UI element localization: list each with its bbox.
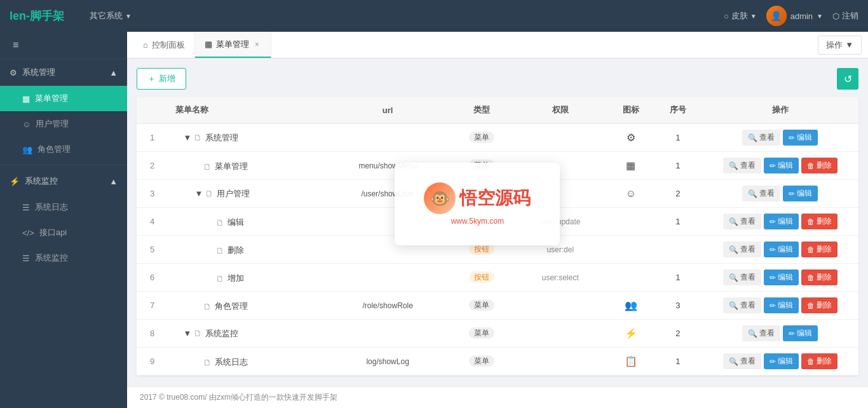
table-row: 6 🗋增加 按钮 user:select 1 🔍查看✏编辑🗑删除 xyxy=(137,264,858,292)
sidebar-item-role-management[interactable]: 👥 角色管理 xyxy=(0,137,127,162)
row-number: 9 xyxy=(137,348,168,376)
sidebar-group-system-monitor[interactable]: ⚡ 系统监控 ▲ xyxy=(0,168,127,194)
delete-button[interactable]: 🗑删除 xyxy=(801,158,837,173)
view-button[interactable]: 🔍查看 xyxy=(742,130,780,146)
col-num xyxy=(137,97,168,123)
refresh-button[interactable]: ↺ xyxy=(837,68,858,90)
delete-button[interactable]: 🗑删除 xyxy=(801,214,837,229)
file-icon: 🗋 xyxy=(203,358,212,367)
table-row: 8 ▼🗋系统监控 菜单 ⚡ 2 🔍查看✏编辑 xyxy=(137,320,858,348)
col-name: 菜单名称 xyxy=(168,97,325,123)
row-ops: 🔍查看✏编辑🗑删除 xyxy=(702,152,858,180)
chevron-down-icon-skin: ▼ xyxy=(750,13,757,20)
row-icon: ⚡ xyxy=(607,320,654,348)
sidebar-item-system-log[interactable]: ☰ 系统日志 xyxy=(0,194,127,220)
expand-icon[interactable]: ▼ xyxy=(194,189,203,198)
file-icon: 🗋 xyxy=(203,302,212,311)
menu-name: 系统管理 xyxy=(205,132,238,144)
main-layout: ≡ ⚙ 系统管理 ▲ ▦ 菜单管理 ☺ 用户管理 👥 角色管理 ⚡ 系统监控 xyxy=(0,32,868,408)
search-icon: 🔍 xyxy=(729,217,738,226)
plus-icon: ＋ xyxy=(147,73,156,85)
edit-button[interactable]: ✏编辑 xyxy=(783,325,818,341)
tab-operations-button[interactable]: 操作 ▼ xyxy=(818,36,862,55)
row-order: 2 xyxy=(654,180,702,208)
row-number: 2 xyxy=(137,152,168,180)
sidebar-item-menu-management[interactable]: ▦ 菜单管理 xyxy=(0,86,127,111)
data-table: 菜单名称 url 类型 权限 图标 序号 操作 1 ▼🗋系统管理 菜单 ⚙ 1 xyxy=(137,97,858,376)
app-logo: len-脚手架 xyxy=(10,8,64,24)
expand-icon[interactable]: ▼ xyxy=(183,329,191,338)
sidebar-item-system-monitor[interactable]: ☰ 系统监控 xyxy=(0,245,127,271)
tab-dashboard[interactable]: ⌂ 控制面板 xyxy=(133,32,195,58)
table-row: 4 🗋编辑 按钮 user:update 1 🔍查看✏编辑🗑删除 xyxy=(137,208,858,236)
edit-button[interactable]: ✏编辑 xyxy=(764,297,799,313)
view-button[interactable]: 🔍查看 xyxy=(723,158,761,173)
search-icon: 🔍 xyxy=(729,357,738,366)
sidebar-item-user-management[interactable]: ☺ 用户管理 xyxy=(0,111,127,137)
view-button[interactable]: 🔍查看 xyxy=(723,353,761,369)
pulse-icon: ⚡ xyxy=(10,177,20,186)
monitor-icon: ☰ xyxy=(22,254,30,263)
menu-name: 系统监控 xyxy=(205,328,238,339)
view-button[interactable]: 🔍查看 xyxy=(742,186,780,201)
edit-button[interactable]: ✏编辑 xyxy=(764,353,799,369)
delete-button[interactable]: 🗑删除 xyxy=(801,353,837,369)
row-type: 菜单 xyxy=(451,348,513,376)
pencil-icon: ✏ xyxy=(789,329,795,338)
delete-button[interactable]: 🗑删除 xyxy=(801,269,837,285)
row-ops: 🔍查看✏编辑🗑删除 xyxy=(702,348,858,376)
row-number: 3 xyxy=(137,180,168,208)
footer: 2017 © true08.com/ 由zxm倾心打造的一款快速开发脚手架 xyxy=(127,386,868,408)
close-tab-icon[interactable]: × xyxy=(253,39,261,50)
chevron-down-icon: ▼ xyxy=(125,13,132,20)
group-label-monitor: 系统监控 xyxy=(25,175,58,187)
row-icon: ⚙ xyxy=(607,123,654,152)
row-url xyxy=(325,208,451,236)
logout-button[interactable]: ⬡ 注销 xyxy=(832,10,858,22)
content-body: ＋ 新增 ↺ 菜单名称 url 类型 权限 xyxy=(127,58,868,386)
toolbar: ＋ 新增 ↺ xyxy=(137,68,858,90)
table-row: 5 🗋删除 按钮 user:del 🔍查看✏编辑🗑删除 xyxy=(137,236,858,264)
row-ops: 🔍查看✏编辑 xyxy=(702,180,858,208)
sidebar-toggle[interactable]: ≡ xyxy=(0,32,127,59)
view-button[interactable]: 🔍查看 xyxy=(723,269,761,285)
pencil-icon: ✏ xyxy=(770,357,776,366)
row-type: 菜单 xyxy=(451,123,513,152)
admin-button[interactable]: 👤 admin ▼ xyxy=(766,6,823,26)
sidebar-item-api[interactable]: </> 接口api xyxy=(0,220,127,245)
edit-button[interactable]: ✏编辑 xyxy=(783,130,818,146)
edit-button[interactable]: ✏编辑 xyxy=(764,241,799,257)
sidebar-group-system-management[interactable]: ⚙ 系统管理 ▲ xyxy=(0,59,127,86)
view-button[interactable]: 🔍查看 xyxy=(723,214,761,229)
row-type: 按钮 xyxy=(451,208,513,236)
row-ops: 🔍查看✏编辑 xyxy=(702,123,858,152)
top-navigation: len-脚手架 其它系统 ▼ ○ 皮肤 ▼ 👤 admin ▼ ⬡ 注销 xyxy=(0,0,868,32)
col-icon: 图标 xyxy=(607,97,654,123)
menu-name: 角色管理 xyxy=(215,301,248,312)
add-button[interactable]: ＋ 新增 xyxy=(137,68,186,90)
users-icon: 👥 xyxy=(22,145,32,154)
row-type: 按钮 xyxy=(451,236,513,264)
menu-tab-icon: ▦ xyxy=(205,39,212,49)
edit-button[interactable]: ✏编辑 xyxy=(764,158,799,173)
row-name-cell: 🗋编辑 xyxy=(168,208,325,236)
edit-button[interactable]: ✏编辑 xyxy=(764,214,799,229)
view-button[interactable]: 🔍查看 xyxy=(723,297,761,313)
skin-button[interactable]: ○ 皮肤 ▼ xyxy=(724,10,757,22)
view-button[interactable]: 🔍查看 xyxy=(723,241,761,257)
menu-table: 菜单名称 url 类型 权限 图标 序号 操作 1 ▼🗋系统管理 菜单 ⚙ 1 xyxy=(137,97,858,376)
pencil-icon: ✏ xyxy=(770,273,776,282)
edit-button[interactable]: ✏编辑 xyxy=(764,269,799,285)
nav-item-other-systems[interactable]: 其它系统 ▼ xyxy=(83,7,138,25)
row-permission: user:select xyxy=(513,264,607,292)
view-button[interactable]: 🔍查看 xyxy=(742,325,780,341)
edit-button[interactable]: ✏编辑 xyxy=(783,186,818,201)
delete-button[interactable]: 🗑删除 xyxy=(801,241,837,257)
tab-menu-management[interactable]: ▦ 菜单管理 × xyxy=(195,32,271,58)
row-permission xyxy=(513,320,607,348)
footer-text: 2017 © true08.com/ 由zxm倾心打造的一款快速开发脚手架 xyxy=(140,393,337,402)
pencil-icon: ✏ xyxy=(789,133,795,142)
delete-button[interactable]: 🗑删除 xyxy=(801,297,837,313)
expand-icon[interactable]: ▼ xyxy=(183,133,191,142)
col-permission: 权限 xyxy=(513,97,607,123)
